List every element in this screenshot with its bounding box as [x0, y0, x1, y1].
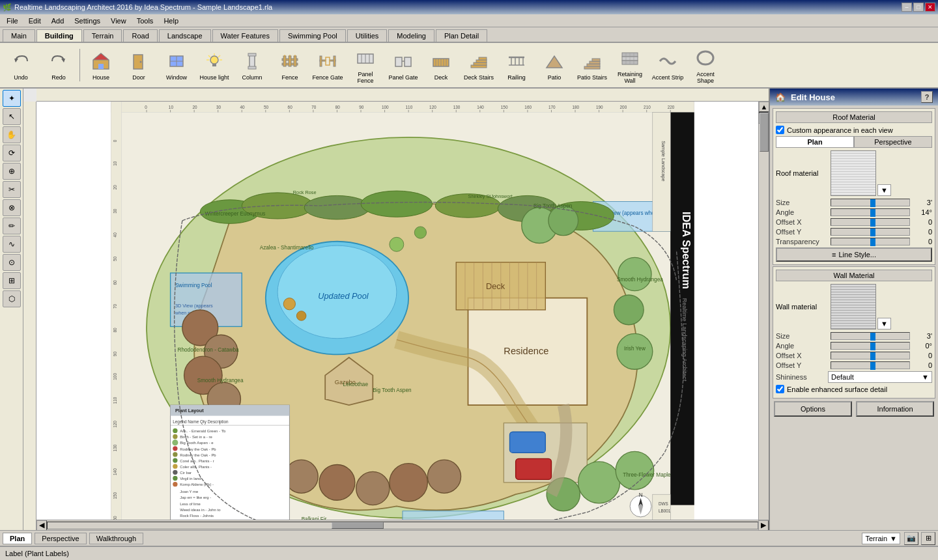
door-label: Door — [132, 74, 145, 81]
canvas-area[interactable]: 0 10 20 30 40 50 60 70 80 — [23, 89, 769, 530]
menu-add[interactable]: Add — [46, 16, 70, 26]
wall-offset-x-thumb[interactable] — [870, 352, 875, 360]
menu-tools[interactable]: Tools — [132, 16, 159, 26]
wall-material-dropdown[interactable]: ▼ — [877, 318, 891, 329]
wall-offset-x-slider[interactable] — [831, 352, 910, 359]
line-style-button[interactable]: ≡ Line Style... — [776, 247, 932, 262]
menu-view[interactable]: View — [106, 16, 132, 26]
tab-utilities[interactable]: Utilities — [347, 29, 387, 42]
tool-patio[interactable]: Patio — [536, 44, 573, 86]
camera-button[interactable]: 📷 — [904, 532, 918, 545]
svg-point-173 — [614, 295, 644, 325]
tool-delete[interactable]: ⊗ — [3, 199, 21, 216]
tab-plan-detail[interactable]: Plan Detail — [436, 29, 487, 42]
tool-house-light[interactable]: House light — [196, 44, 233, 86]
minimize-button[interactable]: – — [902, 3, 912, 12]
tab-terrain[interactable]: Terrain — [83, 29, 122, 42]
tab-main[interactable]: Main — [3, 29, 35, 42]
view-tab-walkthrough[interactable]: Walkthrough — [89, 533, 143, 544]
patio-icon — [543, 49, 566, 73]
transparency-slider[interactable] — [831, 238, 910, 245]
menu-help[interactable]: Help — [158, 16, 184, 26]
tool-panel-fence[interactable]: Panel Fence — [347, 44, 384, 86]
roof-material-dropdown[interactable]: ▼ — [877, 184, 891, 196]
angle-slider[interactable] — [831, 208, 910, 216]
tab-swimming-pool[interactable]: Swimming Pool — [279, 29, 346, 42]
tool-railing[interactable]: Railing — [498, 44, 535, 86]
wall-offset-y-thumb[interactable] — [870, 362, 875, 370]
tool-pencil[interactable]: ✏ — [3, 217, 21, 234]
vertical-scrollbar[interactable]: ▲ ▼ — [758, 102, 769, 520]
tab-building[interactable]: Building — [36, 29, 82, 42]
tab-landscape[interactable]: Landscape — [159, 29, 211, 42]
svg-point-177 — [616, 451, 653, 489]
wall-size-thumb[interactable] — [870, 333, 875, 341]
patio-stairs-icon — [580, 49, 604, 73]
size-slider-thumb[interactable] — [870, 199, 875, 207]
tool-fence-gate[interactable]: Fence Gate — [309, 44, 346, 86]
tab-road[interactable]: Road — [123, 29, 157, 42]
tool-retaining-wall[interactable]: Retaining Wall — [612, 44, 648, 86]
transparency-slider-thumb[interactable] — [870, 238, 875, 246]
shininess-dropdown[interactable]: Default ▼ — [828, 371, 932, 383]
menu-file[interactable]: File — [1, 16, 23, 26]
tool-deck-stairs[interactable]: Deck Stairs — [461, 44, 497, 86]
wall-angle-thumb[interactable] — [870, 343, 875, 350]
tool-cut[interactable]: ✂ — [3, 181, 21, 198]
scroll-right-btn[interactable]: ▶ — [758, 520, 769, 531]
tool-redo[interactable]: Redo — [40, 44, 77, 86]
tool-accent-strip[interactable]: Accent Strip — [649, 44, 686, 86]
tool-undo[interactable]: Undo — [3, 44, 39, 86]
enhanced-surface-checkbox[interactable] — [776, 385, 784, 393]
view-tab-plan[interactable]: Plan — [3, 533, 32, 544]
tool-deck[interactable]: Deck — [423, 44, 459, 86]
tab-modeling[interactable]: Modeling — [388, 29, 434, 42]
information-button[interactable]: Information — [856, 401, 934, 417]
wall-offset-y-slider[interactable] — [831, 361, 910, 369]
tool-grid[interactable]: ⊞ — [3, 272, 21, 289]
landscape-canvas[interactable]: 0 10 20 30 40 50 60 70 80 — [36, 102, 769, 530]
terrain-dropdown[interactable]: Terrain ▼ — [862, 533, 900, 544]
custom-appearance-checkbox[interactable] — [776, 126, 784, 134]
size-slider[interactable] — [831, 199, 910, 206]
expand-button[interactable]: ⊞ — [921, 532, 935, 545]
tool-measure[interactable]: ⊙ — [3, 254, 21, 271]
tool-pointer[interactable]: ↖ — [3, 108, 21, 125]
tool-shape[interactable]: ⬡ — [3, 290, 21, 307]
menu-settings[interactable]: Settings — [69, 16, 106, 26]
offset-y-slider[interactable] — [831, 228, 910, 236]
tool-door[interactable]: Door — [121, 44, 157, 86]
scroll-up-btn[interactable]: ▲ — [759, 102, 769, 112]
menu-edit[interactable]: Edit — [23, 16, 46, 26]
tool-panel-gate[interactable]: Panel Gate — [385, 44, 421, 86]
tool-house[interactable]: House — [83, 44, 119, 86]
tool-pan[interactable]: ✋ — [3, 126, 21, 143]
tool-fence[interactable]: Fence — [272, 44, 308, 86]
tool-zoom-in[interactable]: ⊕ — [3, 163, 21, 180]
horizontal-scrollbar[interactable]: ◀ ▶ — [36, 520, 769, 530]
offset-x-slider[interactable] — [831, 218, 910, 226]
offset-y-slider-thumb[interactable] — [870, 229, 875, 236]
tab-water-features[interactable]: Water Features — [212, 29, 278, 42]
close-button[interactable]: ✕ — [925, 3, 935, 12]
perspective-tab[interactable]: Perspective — [854, 136, 932, 148]
tool-window[interactable]: Window — [158, 44, 195, 86]
scroll-thumb-h[interactable] — [332, 522, 384, 529]
help-button[interactable]: ? — [921, 91, 933, 103]
angle-slider-thumb[interactable] — [870, 209, 875, 217]
tool-column[interactable]: Column — [234, 44, 270, 86]
plan-tab[interactable]: Plan — [776, 136, 854, 148]
tool-select[interactable]: ✦ — [3, 90, 21, 107]
tool-curve[interactable]: ∿ — [3, 236, 21, 253]
view-tab-perspective[interactable]: Perspective — [35, 533, 86, 544]
maximize-button[interactable]: □ — [913, 3, 924, 12]
options-button[interactable]: Options — [774, 401, 852, 417]
scroll-left-btn[interactable]: ◀ — [36, 520, 47, 531]
offset-x-slider-thumb[interactable] — [870, 219, 875, 227]
tool-rotate[interactable]: ⟳ — [3, 145, 21, 161]
tool-patio-stairs[interactable]: Patio Stairs — [574, 44, 610, 86]
wall-angle-slider[interactable] — [831, 342, 910, 350]
scroll-thumb-v[interactable] — [760, 113, 769, 152]
wall-size-slider[interactable] — [831, 332, 910, 340]
tool-accent-shape[interactable]: Accent Shape — [687, 44, 724, 86]
